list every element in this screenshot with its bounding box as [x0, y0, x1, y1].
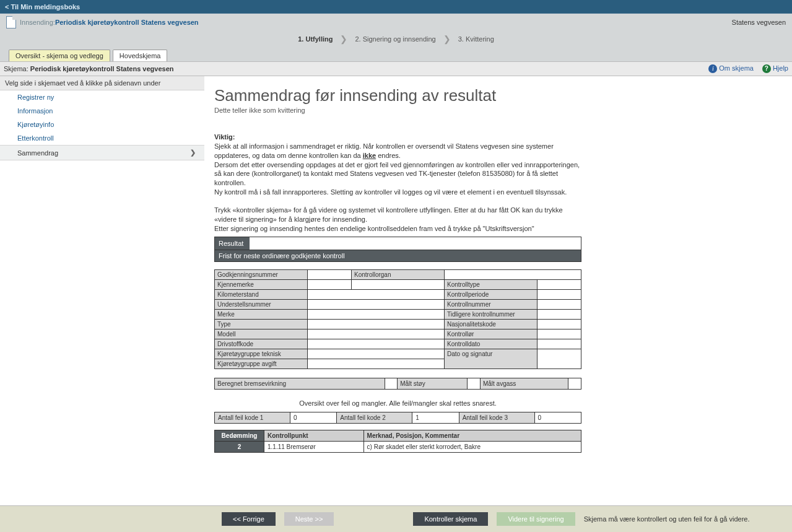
val-count3: 0	[534, 412, 581, 424]
val-godkjenning	[308, 270, 352, 280]
val-count1: 0	[290, 412, 336, 424]
table-row: 2 1.1.11 Bremserør c) Rør skadet eller s…	[215, 442, 581, 453]
lbl-gruppe-avgift: Kjøretøygruppe avgift	[215, 359, 308, 369]
main-content: Sammendrag før innsending av resultat De…	[204, 76, 792, 471]
val-kontrollorgan	[445, 270, 581, 280]
instructions: Trykk «kontroller skjema» for å gå vider…	[214, 206, 581, 233]
schema-name: Periodisk kjøretøykontroll Statens vegve…	[30, 65, 174, 72]
frist-row: Frist for neste ordinære godkjente kontr…	[215, 250, 581, 261]
sidebar-item-info[interactable]: Informasjon	[0, 104, 204, 118]
schema-bar: Skjema: Periodisk kjøretøykontroll State…	[0, 61, 792, 76]
cell-bed: 2	[215, 442, 264, 453]
sidebar-item-label: Sammendrag	[17, 149, 58, 157]
th-kontrollpunkt: Kontrollpunkt	[264, 430, 364, 442]
lbl-kontrolltype: Kontrolltype	[445, 280, 537, 290]
chevron-right-icon: ❯	[190, 149, 196, 157]
sidebar-item-etterkontroll[interactable]: Etterkontroll	[0, 131, 204, 145]
step-3[interactable]: 3. Kvittering	[458, 35, 494, 43]
sidebar: Velg side i skjemaet ved å klikke på sid…	[0, 76, 204, 471]
cell-merk: c) Rør skadet eller sterkt korrodert, Ba…	[363, 442, 581, 453]
page-title: Sammendrag før innsending av resultat	[214, 86, 581, 105]
lbl-count1: Antall feil kode 1	[215, 412, 290, 424]
help-icon: ?	[762, 64, 771, 73]
step-1[interactable]: 1. Utfylling	[298, 35, 333, 43]
th-merknad: Merknad, Posisjon, Kommentar	[363, 430, 581, 442]
lbl-kontrollnr: Kontrollnummer	[445, 300, 537, 310]
lbl-gruppe-teknisk: Kjøretøygruppe teknisk	[215, 349, 308, 359]
sidebar-helper: Velg side i skjemaet ved å klikke på sid…	[0, 76, 204, 90]
document-icon	[6, 16, 16, 28]
page-title-header: Periodisk kjøretøykontroll Statens vegve…	[55, 19, 199, 26]
cell-kp: 1.1.11 Bremserør	[264, 442, 364, 453]
lbl-drivstoff: Drivstoffkode	[215, 339, 308, 349]
th-bedomming: Bedømming	[215, 430, 264, 442]
lbl-merke: Merke	[215, 310, 308, 320]
lbl-kontrollor: Kontrollør	[445, 329, 537, 339]
lbl-kontrolldato: Kontrolldato	[445, 339, 537, 349]
chevron-right-icon: ❯	[340, 35, 347, 43]
defects-table: Bedømming Kontrollpunkt Merknad, Posisjo…	[214, 430, 581, 453]
tab-main[interactable]: Hovedskjema	[113, 50, 168, 61]
brand-label: Statens vegvesen	[732, 19, 786, 26]
send-label: Innsending:	[20, 19, 55, 26]
sidebar-item-kjoretoyinfo[interactable]: Kjøretøyinfo	[0, 118, 204, 131]
lbl-count2: Antall feil kode 2	[337, 412, 412, 424]
lbl-godkjenning: Godkjenningsnummer	[215, 270, 308, 280]
lbl-avgass: Målt avgass	[480, 378, 568, 390]
lbl-brems: Beregnet bremsevirkning	[215, 378, 385, 390]
info-grid: Godkjenningsnummer Kontrollorgan Kjennem…	[214, 269, 581, 369]
lbl-type: Type	[215, 320, 308, 329]
tab-overview[interactable]: Oversikt - skjema og vedlegg	[9, 50, 110, 61]
result-box: Resultat Frist for neste ordinære godkje…	[214, 237, 581, 262]
about-schema-link[interactable]: iOm skjema	[708, 64, 754, 73]
lbl-kontrollorgan: Kontrollorgan	[352, 270, 445, 280]
overview-heading: Oversikt over feil og mangler. Alle feil…	[214, 399, 581, 407]
topbar: < Til Min meldingsboks	[0, 0, 792, 14]
measurements: Beregnet bremsevirkning Målt støy Målt a…	[214, 378, 581, 390]
val-count2: 1	[412, 412, 459, 424]
sidebar-item-registrer[interactable]: Registrer ny	[0, 90, 204, 104]
lbl-datosign: Dato og signatur	[445, 349, 537, 369]
lbl-kjennemerke: Kjennemerke	[215, 280, 308, 290]
error-counts: Antall feil kode 10 Antall feil kode 21 …	[214, 412, 581, 424]
info-icon: i	[708, 64, 717, 73]
important-label: Viktig:	[214, 133, 235, 141]
back-link[interactable]: < Til Min meldingsboks	[5, 3, 80, 11]
lbl-count3: Antall feil kode 3	[459, 412, 534, 424]
lbl-understell: Understellsnummer	[215, 300, 308, 310]
lbl-modell: Modell	[215, 329, 308, 339]
important-block: Viktig: Sjekk at all informasjon i samme…	[214, 133, 581, 197]
header: Innsending: Periodisk kjøretøykontroll S…	[0, 14, 792, 61]
lbl-tidligere: Tidligere kontrollnummer	[445, 310, 537, 320]
chevron-right-icon: ❯	[443, 35, 451, 43]
sidebar-item-sammendrag[interactable]: Sammendrag ❯	[0, 145, 204, 160]
lbl-periode: Kontrollperiode	[445, 290, 537, 300]
result-value	[250, 237, 581, 250]
lbl-km: Kilometerstand	[215, 290, 308, 300]
page-subtitle: Dette teller ikke som kvittering	[214, 107, 581, 114]
step-2[interactable]: 2. Signering og innsending	[355, 35, 435, 43]
result-label: Resultat	[215, 237, 250, 250]
help-link[interactable]: ?Hjelp	[762, 64, 788, 73]
schema-label: Skjema:	[4, 65, 30, 72]
lbl-nasj: Nasjonalitetskode	[445, 320, 537, 329]
stepper: 1. Utfylling ❯ 2. Signering og innsendin…	[6, 31, 786, 50]
tabs: Oversikt - skjema og vedlegg Hovedskjema	[6, 50, 786, 61]
lbl-stoy: Målt støy	[398, 378, 468, 390]
